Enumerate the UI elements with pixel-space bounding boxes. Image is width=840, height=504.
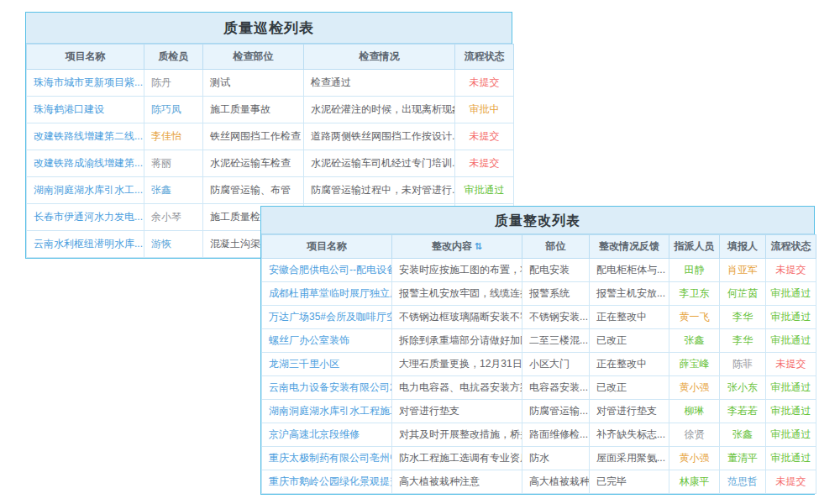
project-cell-link[interactable]: 安徽合肥供电公司--配电设备...: [269, 264, 392, 276]
project-cell-link[interactable]: 京沪高速北京段维修: [269, 428, 360, 440]
page-background: 质量巡检列表 项目名称质检员检查部位检查情况流程状态 珠海市城市更新项目紫...…: [0, 0, 840, 504]
column-header-label: 检查情况: [360, 50, 400, 62]
reporter-cell: 李华: [720, 329, 766, 353]
assignee-cell: 薛宝峰: [669, 353, 720, 376]
reporter-cell: 范思哲: [720, 470, 766, 494]
sort-icon[interactable]: ⇅: [475, 241, 482, 251]
rectify-feedback-cell: 配电柜柜体与...: [590, 259, 669, 282]
project-cell: 万达广场35#会所及咖啡厅空...: [262, 306, 392, 329]
rectify-content-cell: 对其及时开展整改措施，桥头...: [392, 423, 522, 447]
inspector-cell: 李佳怡: [144, 123, 203, 150]
rectify-feedback-cell: 已改正: [590, 329, 669, 353]
rectify-content-cell: 防水工程施工选调有专业资质...: [392, 447, 522, 470]
project-cell: 长春市伊通河水力发电...: [27, 204, 144, 231]
assignee-cell: 田静: [669, 259, 720, 282]
project-cell-link[interactable]: 螺丝厂办公室装饰: [269, 334, 349, 346]
assignee-cell: 林康平: [669, 470, 720, 494]
status-cell: 审批通过: [766, 423, 816, 447]
column-header: 指派人员: [669, 235, 720, 259]
project-cell: 湖南洞庭湖水库引水工程施工H...: [262, 400, 392, 423]
project-cell-link[interactable]: 改建铁路成渝线增建第...: [34, 157, 143, 169]
column-header-label: 指派人员: [675, 240, 715, 252]
column-header-label: 部位: [546, 240, 566, 252]
rectification-row: 重庆市鹅岭公园绿化景观提升...高大植被栽种注意高大植被栽种已完毕林康平范思哲未…: [262, 470, 816, 494]
status-cell: 审批通过: [766, 400, 816, 423]
inspection-table-header: 项目名称质检员检查部位检查情况流程状态: [27, 45, 514, 70]
column-header: 部位: [522, 235, 590, 259]
project-cell: 龙湖三千里小区: [262, 353, 392, 376]
inspection-row: 湖南洞庭湖水库引水工...张鑫防腐管运输、布管防腐管运输过程中，未对管进行...…: [27, 177, 514, 204]
project-cell-link[interactable]: 云南水利枢纽潜明水库...: [34, 238, 143, 249]
column-header: 质检员: [144, 45, 203, 70]
project-cell-link[interactable]: 长春市伊通河水力发电...: [34, 211, 143, 223]
project-cell-link[interactable]: 云南电力设备安装有限公司20...: [269, 381, 392, 393]
column-header: 项目名称: [27, 45, 144, 70]
project-cell-link[interactable]: 成都杜甫草堂临时展厅独立展...: [269, 287, 392, 299]
inspect-situation-cell: 水泥砼运输车司机经过专门培训...: [304, 150, 455, 177]
rectification-row: 龙湖三千里小区大理石质量更换，12月31日之...小区大门正在整改中薛宝峰陈菲未…: [262, 353, 816, 376]
reporter-cell: 李若若: [720, 400, 766, 423]
project-cell-link[interactable]: 珠海鹤港口建设: [34, 103, 104, 115]
status-cell: 审批中: [455, 97, 514, 123]
reporter-cell: 董清平: [720, 447, 766, 470]
project-cell: 改建铁路线增建第二线...: [27, 123, 144, 150]
rectification-panel-title: 质量整改列表: [261, 207, 814, 234]
inspection-row: 珠海市城市更新项目紫...陈丹测试检查通过未提交: [27, 70, 514, 97]
project-cell-link[interactable]: 龙湖三千里小区: [269, 358, 339, 370]
project-cell: 螺丝厂办公室装饰: [262, 329, 392, 353]
column-header[interactable]: 整改内容⇅: [392, 235, 522, 259]
project-cell: 云南电力设备安装有限公司20...: [262, 376, 392, 400]
rectify-content-cell: 大理石质量更换，12月31日之...: [392, 353, 522, 376]
status-cell: 未提交: [455, 70, 514, 97]
project-cell: 安徽合肥供电公司--配电设备...: [262, 259, 392, 282]
inspection-row: 珠海鹤港口建设陈巧凤施工质量事故水泥砼灌注的时候，出现离析现象审批中: [27, 97, 514, 123]
assignee-cell: 黄小强: [669, 376, 720, 400]
rectify-content-cell: 高大植被栽种注意: [392, 470, 522, 494]
rectification-table-header: 项目名称整改内容⇅部位整改情况反馈指派人员填报人流程状态: [262, 235, 816, 259]
project-cell: 重庆太极制药有限公司亳州中...: [262, 447, 392, 470]
rectify-content-cell: 不锈钢边框玻璃隔断安装不牢...: [392, 306, 522, 329]
inspector-cell: 陈巧凤: [144, 97, 203, 123]
project-cell-link[interactable]: 改建铁路线增建第二线...: [34, 130, 143, 142]
column-header: 整改情况反馈: [590, 235, 669, 259]
reporter-cell: 何芷茵: [720, 282, 766, 306]
project-cell-link[interactable]: 湖南洞庭湖水库引水工程施工H...: [269, 405, 392, 417]
rectify-feedback-cell: 屋面采用聚氨...: [590, 447, 669, 470]
status-cell: 审批通过: [766, 306, 816, 329]
inspector-cell: 陈丹: [144, 70, 203, 97]
project-cell: 重庆市鹅岭公园绿化景观提升...: [262, 470, 392, 494]
status-cell: 未提交: [766, 259, 816, 282]
inspect-situation-cell: 防腐管运输过程中，未对管进行...: [304, 177, 455, 204]
rectify-feedback-cell: 正在整改中: [590, 306, 669, 329]
project-cell-link[interactable]: 万达广场35#会所及咖啡厅空...: [269, 311, 392, 323]
rectification-row: 安徽合肥供电公司--配电设备...安装时应按施工图的布置，将...配电安装配电柜…: [262, 259, 816, 282]
rectify-part-cell: 二至三楼混...: [522, 329, 590, 353]
reporter-cell: 陈菲: [720, 353, 766, 376]
inspect-situation-cell: 检查通过: [304, 70, 455, 97]
rectification-table: 项目名称整改内容⇅部位整改情况反馈指派人员填报人流程状态 安徽合肥供电公司--配…: [261, 234, 816, 494]
column-header-label: 整改内容: [432, 240, 472, 252]
inspect-situation-cell: 道路两侧铁丝网围挡工作按设计...: [304, 123, 455, 150]
rectify-feedback-cell: 正在整改中: [590, 353, 669, 376]
status-cell: 审批通过: [766, 376, 816, 400]
project-cell-link[interactable]: 湖南洞庭湖水库引水工...: [34, 184, 143, 196]
column-header: 流程状态: [455, 45, 514, 70]
project-cell-link[interactable]: 珠海市城市更新项目紫...: [34, 76, 143, 88]
inspect-part-cell: 施工质量事故: [203, 97, 304, 123]
inspector-cell: 蒋丽: [144, 150, 203, 177]
rectify-feedback-cell: 报警主机安放...: [590, 282, 669, 306]
column-header-label: 质检员: [159, 50, 189, 62]
project-cell-link[interactable]: 重庆市鹅岭公园绿化景观提升...: [269, 475, 392, 487]
project-cell-link[interactable]: 重庆太极制药有限公司亳州中...: [269, 452, 392, 464]
inspect-part-cell: 测试: [203, 70, 304, 97]
inspect-situation-cell: 水泥砼灌注的时候，出现离析现象: [304, 97, 455, 123]
rectify-content-cell: 电力电容器、电抗器安装方案,...: [392, 376, 522, 400]
rectify-content-cell: 拆除到承重墙部分请做好加固...: [392, 329, 522, 353]
rectify-feedback-cell: 已改正: [590, 376, 669, 400]
assignee-cell: 李卫东: [669, 282, 720, 306]
rectification-row: 螺丝厂办公室装饰拆除到承重墙部分请做好加固...二至三楼混...已改正张鑫李华审…: [262, 329, 816, 353]
rectification-row: 京沪高速北京段维修对其及时开展整改措施，桥头...路面维修检...补齐缺失标志.…: [262, 423, 816, 447]
column-header: 流程状态: [766, 235, 816, 259]
column-header-label: 检查部位: [234, 50, 274, 62]
inspector-cell: 游恢: [144, 231, 203, 258]
